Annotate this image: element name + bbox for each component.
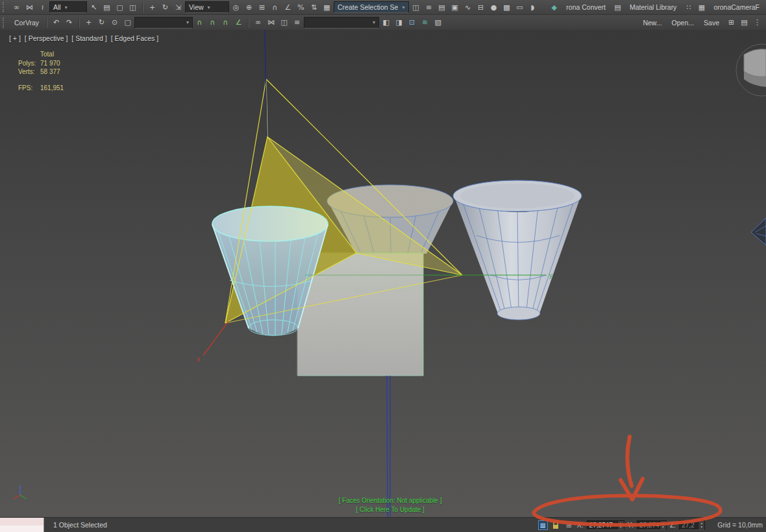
selection-lock-toggle[interactable] xyxy=(551,520,561,530)
material-editor-icon[interactable]: ● xyxy=(488,1,500,14)
angle-snap-icon[interactable]: ∠ xyxy=(282,1,294,14)
chevron-down-icon: ▾ xyxy=(402,5,404,10)
absolute-offset-toggle[interactable]: ⊞ xyxy=(564,520,574,530)
list-icon[interactable]: ▤ xyxy=(738,16,750,29)
select-manipulate-icon[interactable]: ⊕ xyxy=(243,1,255,14)
align-icon[interactable]: ≡ xyxy=(423,1,435,14)
select-place-icon[interactable]: ⊙ xyxy=(108,16,121,29)
rendered-frame-icon[interactable]: ▭ xyxy=(513,1,526,14)
unlink-icon[interactable]: ⋈ xyxy=(265,16,277,29)
named-sets-icon[interactable]: ▦ xyxy=(321,1,333,14)
viewport-menu-pov[interactable]: [ Perspective ] xyxy=(25,34,68,42)
grid-tools-icon[interactable]: ∷ xyxy=(682,1,695,14)
boxed-icon[interactable]: ⊡ xyxy=(406,16,418,29)
stats-verts-label: Verts: xyxy=(18,67,40,77)
material-library-button[interactable]: Material Library xyxy=(630,3,676,11)
viewport-header: [ + ] [ Perspective ] [ Standard ] [ Edg… xyxy=(9,34,158,42)
copy-icon[interactable]: ⊞ xyxy=(725,16,737,29)
modifier-set-dropdown[interactable]: ▾ xyxy=(304,17,379,29)
open-button[interactable]: Open... xyxy=(672,19,694,27)
align-icon[interactable]: ≡ xyxy=(291,16,303,29)
corona-converter-button[interactable]: rona Convert xyxy=(566,3,606,11)
perspective-viewport[interactable]: x y xyxy=(0,30,766,518)
ribbon-icon[interactable]: ▣ xyxy=(449,1,461,14)
toolbar-grip[interactable] xyxy=(3,18,7,28)
y-coord-field[interactable]: 27,2747 ▴▾ xyxy=(637,520,667,530)
percent-snap-icon[interactable]: % xyxy=(295,1,307,14)
select-move-icon[interactable]: + xyxy=(146,1,158,14)
click-to-update-link[interactable]: [ Click Here To Update ] xyxy=(356,506,424,513)
stats-fps-label: FPS: xyxy=(18,84,40,93)
mirror-icon[interactable]: ◫ xyxy=(278,16,290,29)
maxscript-mini-listener[interactable] xyxy=(0,518,44,532)
bind-to-spacewarp-icon[interactable]: ≀ xyxy=(36,1,49,14)
snap-3d-icon[interactable]: ∩ xyxy=(219,16,232,29)
selection-filter-dropdown[interactable]: All ▾ xyxy=(49,1,87,13)
material-library-icon[interactable]: ▤ xyxy=(612,1,624,14)
grid-icon[interactable]: ▧ xyxy=(432,16,444,29)
select-and-link-icon[interactable]: ∞ xyxy=(10,1,23,14)
x-spinner[interactable]: ▴▾ xyxy=(617,521,624,529)
stats-total-label: Total xyxy=(40,50,54,59)
cone-right[interactable] xyxy=(453,180,582,320)
snaps-toggle-icon[interactable]: ∩ xyxy=(269,1,281,14)
gizmo-axis-x[interactable]: x xyxy=(197,321,229,363)
redo-icon[interactable]: ↷ xyxy=(63,16,75,29)
select-by-name-icon[interactable]: ▤ xyxy=(101,1,113,14)
curve-editor-icon[interactable]: ∿ xyxy=(462,1,474,14)
select-object-icon[interactable]: ↖ xyxy=(88,1,100,14)
unlink-selection-icon[interactable]: ⋈ xyxy=(23,1,36,14)
x-coord-label: X: xyxy=(577,521,584,529)
viewcube[interactable] xyxy=(736,44,766,96)
render-setup-icon[interactable]: ▩ xyxy=(500,1,513,14)
viewport-menu-style[interactable]: [ Standard ] xyxy=(71,34,106,42)
select-scale-icon[interactable]: ⇲ xyxy=(172,1,184,14)
select-rotate-icon[interactable]: ↻ xyxy=(95,16,108,29)
z-coord-field[interactable]: 27,2 ▴▾ xyxy=(679,520,705,530)
window-crossing-icon[interactable]: ◫ xyxy=(127,1,139,14)
faces-orientation-message: [ Faces Orientation: Not applicable ] xyxy=(339,497,442,504)
save-button[interactable]: Save xyxy=(704,19,719,27)
use-pivot-center-icon[interactable]: ◎ xyxy=(230,1,242,14)
angle-snap-icon[interactable]: ∠ xyxy=(232,16,245,29)
layer-manager-icon[interactable]: ▤ xyxy=(436,1,448,14)
toolbar-grip[interactable] xyxy=(3,2,7,12)
keyboard-override-icon[interactable]: ⊞ xyxy=(256,1,268,14)
ui-layout-icon[interactable]: ▦ xyxy=(695,1,708,14)
rectangular-region-icon[interactable]: ▢ xyxy=(114,1,126,14)
status-bar: 1 Object Selected ▦ ⊞ X: 27,2747 ▴▾ Y: 2… xyxy=(0,517,766,532)
z-spinner[interactable]: ▴▾ xyxy=(698,521,704,529)
corona-camera-button[interactable]: oronaCameraF xyxy=(713,3,760,11)
y-spinner[interactable]: ▴▾ xyxy=(660,521,666,529)
chevron-down-icon: ▾ xyxy=(186,19,189,25)
offscreen-object-right[interactable] xyxy=(751,218,766,245)
schematic-view-icon[interactable]: ⊟ xyxy=(475,1,487,14)
snap-25d-icon[interactable]: ∩ xyxy=(206,16,219,29)
shell-icon[interactable]: ◧ xyxy=(380,16,392,29)
select-rotate-icon[interactable]: ↻ xyxy=(159,1,171,14)
select-region-icon[interactable]: ▢ xyxy=(121,16,134,29)
named-selection-sets-combo[interactable]: Create Selection Se ▾ xyxy=(334,1,409,13)
x-coord-field[interactable]: 27,2747 ▴▾ xyxy=(587,520,624,530)
reference-coordinate-dropdown[interactable]: View ▾ xyxy=(185,1,229,13)
snap-2d-icon[interactable]: ∩ xyxy=(193,16,206,29)
select-move-icon[interactable]: + xyxy=(82,16,95,29)
renderer-tab[interactable]: CorVray xyxy=(14,19,39,27)
new-button[interactable]: New... xyxy=(643,19,661,27)
grid-size-label: Grid = 10,0mm xyxy=(717,521,763,529)
undo-icon[interactable]: ↶ xyxy=(50,16,62,29)
corona-converter-icon[interactable]: ◆ xyxy=(548,1,560,14)
isolate-selection-toggle[interactable]: ▦ xyxy=(538,520,548,530)
half-icon[interactable]: ◨ xyxy=(393,16,405,29)
viewport-menu-shading[interactable]: [ Edged Faces ] xyxy=(111,34,159,42)
spinner-snap-icon[interactable]: ⇅ xyxy=(308,1,320,14)
tool-preset-dropdown[interactable]: ▾ xyxy=(134,17,193,29)
waves-icon[interactable]: ≋ xyxy=(419,16,431,29)
link-icon[interactable]: ∞ xyxy=(252,16,264,29)
viewport-menu-general[interactable]: [ + ] xyxy=(9,34,21,42)
named-selection-sets-value: Create Selection Se xyxy=(338,3,398,11)
render-icon[interactable]: ◗ xyxy=(526,1,539,14)
lock-icon xyxy=(552,521,560,529)
more-icon[interactable]: ⋮ xyxy=(751,16,763,29)
mirror-icon[interactable]: ◫ xyxy=(410,1,422,14)
